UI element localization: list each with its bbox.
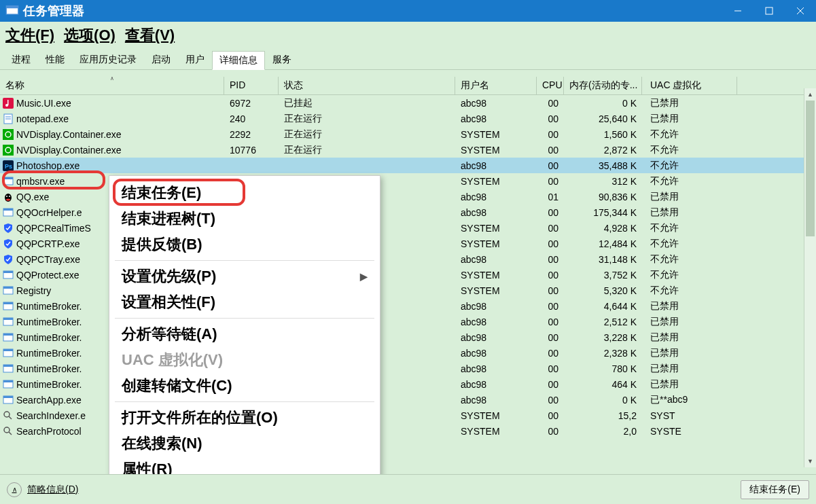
- tab-用户[interactable]: 用户: [178, 50, 212, 69]
- process-uac: 不允许: [642, 238, 737, 250]
- process-memory: 4,644 K: [564, 301, 642, 312]
- process-cpu: 00: [537, 145, 564, 156]
- process-row[interactable]: Music.UI.exe6972已挂起abc98000 K已禁用: [0, 95, 816, 111]
- process-user: SYSTEM: [455, 238, 537, 249]
- process-user: abc98: [455, 363, 537, 374]
- scroll-up-icon[interactable]: ▲: [804, 88, 816, 101]
- process-memory: 2,328 K: [564, 348, 642, 359]
- tab-详细信息[interactable]: 详细信息: [212, 51, 265, 70]
- scroll-thumb[interactable]: [806, 101, 815, 236]
- svg-rect-33: [3, 318, 13, 320]
- process-name: SearchIndexer.e: [16, 410, 86, 421]
- process-user: SYSTEM: [455, 223, 537, 234]
- process-memory: 2,512 K: [564, 317, 642, 327]
- process-row[interactable]: NVDisplay.Container.exe10776正在运行SYSTEM00…: [0, 142, 816, 158]
- tab-性能[interactable]: 性能: [38, 50, 72, 69]
- context-menu-item[interactable]: 结束进程树(T): [109, 206, 380, 232]
- process-cpu: 00: [537, 254, 564, 265]
- menu-separator: [115, 318, 374, 319]
- tab-启动[interactable]: 启动: [144, 50, 178, 69]
- process-cpu: 01: [537, 192, 564, 202]
- process-memory: 4,928 K: [564, 223, 642, 234]
- header-uac[interactable]: UAC 虚拟化: [642, 77, 737, 94]
- tab-进程[interactable]: 进程: [4, 50, 38, 69]
- process-cpu: 00: [537, 270, 564, 281]
- process-name: QQPCTray.exe: [16, 254, 80, 265]
- menu-file[interactable]: 文件(F): [5, 25, 54, 46]
- process-uac: 不允许: [642, 253, 737, 266]
- tab-服务[interactable]: 服务: [265, 50, 299, 69]
- process-cpu: 00: [537, 379, 564, 390]
- process-uac: SYST: [642, 410, 737, 421]
- process-row[interactable]: NVDisplay.Container.exe2292正在运行SYSTEM001…: [0, 126, 816, 142]
- header-cpu[interactable]: CPU: [537, 77, 564, 94]
- vertical-scrollbar[interactable]: ▲ ▼: [804, 88, 816, 467]
- process-user: SYSTEM: [455, 145, 537, 156]
- process-memory: 25,640 K: [564, 113, 642, 124]
- process-icon: [3, 270, 14, 281]
- context-menu-item[interactable]: 结束任务(E): [109, 180, 380, 206]
- context-menu-item[interactable]: 设置优先级(P)▶: [109, 264, 380, 289]
- process-name: RuntimeBroker.: [16, 301, 82, 312]
- context-menu-item[interactable]: 提供反馈(B): [109, 232, 380, 257]
- process-icon: [3, 317, 14, 327]
- process-icon: [3, 410, 14, 421]
- process-row[interactable]: notepad.exe240正在运行abc980025,640 K已禁用: [0, 111, 816, 126]
- process-memory: 5,320 K: [564, 285, 642, 296]
- minimize-button[interactable]: [722, 0, 753, 22]
- process-user: SYSTEM: [455, 176, 537, 187]
- svg-rect-39: [3, 365, 13, 367]
- process-uac: SYSTE: [642, 426, 737, 437]
- context-menu-item[interactable]: 创建转储文件(C): [109, 373, 380, 399]
- context-menu-item[interactable]: 在线搜索(N): [109, 431, 380, 456]
- process-icon: [3, 176, 14, 187]
- process-user: abc98: [455, 98, 537, 109]
- column-headers: 名称∧ PID 状态 用户名 CPU 内存(活动的专... UAC 虚拟化: [0, 77, 816, 95]
- header-user[interactable]: 用户名: [455, 77, 537, 94]
- process-user: SYSTEM: [455, 285, 537, 296]
- menu-view[interactable]: 查看(V): [125, 25, 175, 46]
- process-name: QQOcrHelper.e: [16, 207, 82, 218]
- svg-rect-14: [3, 145, 14, 156]
- svg-rect-41: [3, 380, 13, 382]
- context-menu-item[interactable]: 分析等待链(A): [109, 321, 380, 347]
- process-memory: 90,836 K: [564, 192, 642, 202]
- process-cpu: 00: [537, 395, 564, 406]
- sort-indicator-icon: ∧: [110, 77, 114, 82]
- close-button[interactable]: [785, 0, 816, 22]
- process-user: abc98: [455, 332, 537, 343]
- process-cpu: 00: [537, 207, 564, 218]
- process-icon: [3, 254, 14, 265]
- brief-info-toggle[interactable]: ∧ 简略信息(D): [7, 482, 78, 497]
- menu-options[interactable]: 选项(O): [64, 25, 116, 46]
- process-name: RuntimeBroker.: [16, 363, 82, 374]
- context-menu-item[interactable]: 打开文件所在的位置(O): [109, 405, 380, 431]
- process-memory: 1,560 K: [564, 129, 642, 140]
- process-cpu: 00: [537, 113, 564, 124]
- process-uac: 已禁用: [642, 191, 737, 203]
- process-name: QQProtect.exe: [16, 270, 79, 281]
- context-menu-item[interactable]: 设置相关性(F): [109, 289, 380, 315]
- header-status[interactable]: 状态: [279, 77, 455, 94]
- process-icon: [3, 348, 14, 359]
- process-uac: 已禁用: [642, 331, 737, 344]
- header-name[interactable]: 名称∧: [0, 77, 224, 94]
- process-user: abc98: [455, 113, 537, 124]
- scroll-down-icon[interactable]: ▼: [804, 455, 816, 467]
- process-status: 正在运行: [279, 113, 455, 125]
- process-user: abc98: [455, 395, 537, 406]
- header-memory[interactable]: 内存(活动的专...: [564, 77, 642, 94]
- header-pid[interactable]: PID: [224, 77, 279, 94]
- process-icon: [3, 285, 14, 296]
- end-task-button[interactable]: 结束任务(E): [741, 480, 809, 499]
- tab-应用历史记录[interactable]: 应用历史记录: [72, 50, 144, 69]
- process-icon: [3, 363, 14, 374]
- process-uac: 不允许: [642, 144, 737, 156]
- process-row[interactable]: PsPhotoshop.exeabc980035,488 K不允许: [0, 158, 816, 173]
- process-user: SYSTEM: [455, 426, 537, 437]
- process-uac: 不允许: [642, 128, 737, 141]
- process-uac: 不允许: [642, 269, 737, 281]
- svg-point-46: [4, 427, 10, 433]
- svg-line-45: [9, 416, 12, 419]
- maximize-button[interactable]: [753, 0, 785, 22]
